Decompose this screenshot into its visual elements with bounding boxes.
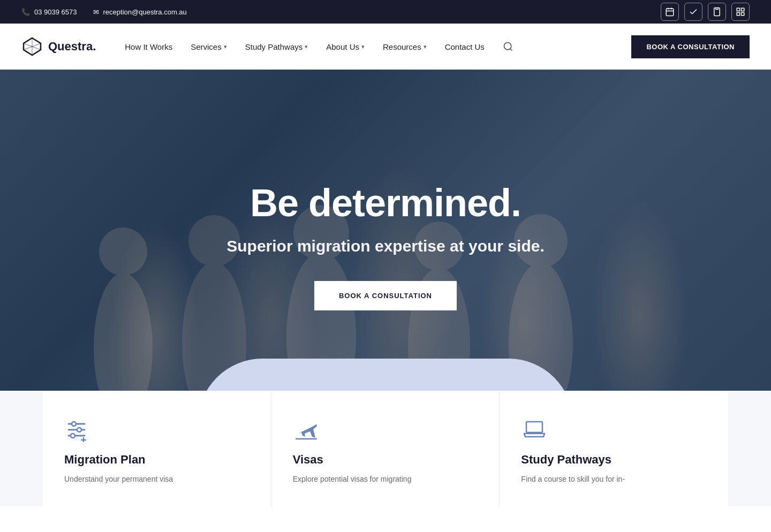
top-bar: 📞 03 9039 6573 ✉ reception@questra.com.a… (0, 0, 771, 24)
about-chevron-icon: ▾ (361, 43, 365, 50)
hero-title: Be determined. (226, 182, 545, 224)
nav-links: How It Works Services ▾ Study Pathways ▾… (117, 38, 631, 56)
email-icon: ✉ (93, 8, 99, 16)
svg-point-26 (71, 434, 75, 438)
svg-rect-0 (666, 9, 674, 16)
clipboard-icon[interactable] (708, 3, 726, 21)
phone-contact[interactable]: 📞 03 9039 6573 (21, 8, 77, 16)
sliders-icon (64, 417, 89, 442)
logo-icon (21, 36, 43, 57)
svg-rect-5 (737, 8, 739, 11)
nav-contact-us[interactable]: Contact Us (437, 38, 492, 56)
navbar: Questra. How It Works Services ▾ Study P… (0, 24, 771, 70)
phone-icon: 📞 (21, 8, 30, 16)
laptop-icon (521, 417, 548, 442)
search-icon (503, 41, 513, 52)
nav-how-it-works[interactable]: How It Works (117, 38, 180, 56)
phone-number: 03 9039 6573 (34, 8, 77, 16)
hero-subtitle: Superior migration expertise at your sid… (226, 237, 545, 255)
svg-point-12 (99, 227, 147, 276)
nav-resources[interactable]: Resources ▾ (375, 38, 434, 56)
migration-plan-desc: Understand your permanent visa (64, 473, 250, 485)
resources-chevron-icon: ▾ (424, 43, 427, 50)
visas-desc: Explore potential visas for migrating (293, 473, 478, 485)
visas-card: Visas Explore potential visas for migrat… (271, 391, 500, 506)
airplane-icon (293, 417, 320, 442)
svg-point-24 (72, 422, 76, 426)
logo-text: Questra. (48, 40, 96, 54)
email-contact[interactable]: ✉ reception@questra.com.au (93, 8, 187, 16)
svg-point-25 (77, 428, 81, 432)
visas-icon (293, 417, 478, 442)
cards-section: Migration Plan Understand your permanent… (0, 391, 771, 506)
services-chevron-icon: ▾ (224, 43, 227, 50)
cards-grid: Migration Plan Understand your permanent… (43, 391, 728, 506)
search-button[interactable] (500, 38, 517, 55)
book-consultation-nav-button[interactable]: BOOK A CONSULTATION (631, 35, 750, 58)
svg-rect-8 (742, 13, 744, 16)
grid-icon[interactable] (731, 3, 750, 21)
svg-point-9 (504, 43, 511, 50)
nav-study-pathways[interactable]: Study Pathways ▾ (238, 38, 316, 56)
nav-about-us[interactable]: About Us ▾ (319, 38, 372, 56)
social-icons (661, 3, 750, 21)
hero-cta-button[interactable]: BOOK A CONSULTATION (314, 281, 457, 310)
migration-plan-icon (64, 417, 250, 442)
nav-services[interactable]: Services ▾ (183, 38, 235, 56)
hero-content: Be determined. Superior migration expert… (205, 182, 566, 310)
study-pathways-card: Study Pathways Find a course to skill yo… (500, 391, 728, 506)
study-pathways-icon (521, 417, 707, 442)
visas-title: Visas (293, 453, 478, 467)
study-pathways-desc: Find a course to skill you for in- (521, 473, 707, 485)
svg-rect-6 (742, 8, 744, 11)
svg-rect-30 (526, 422, 542, 432)
study-pathways-title: Study Pathways (521, 453, 707, 467)
migration-plan-title: Migration Plan (64, 453, 250, 467)
svg-rect-7 (737, 13, 739, 16)
calendar-icon[interactable] (661, 3, 679, 21)
check-icon[interactable] (684, 3, 702, 21)
study-chevron-icon: ▾ (305, 43, 308, 50)
svg-line-10 (510, 49, 512, 51)
email-address: reception@questra.com.au (103, 8, 187, 16)
logo[interactable]: Questra. (21, 36, 96, 57)
top-bar-contacts: 📞 03 9039 6573 ✉ reception@questra.com.a… (21, 8, 187, 16)
svg-rect-4 (716, 8, 719, 10)
migration-plan-card: Migration Plan Understand your permanent… (43, 391, 271, 506)
